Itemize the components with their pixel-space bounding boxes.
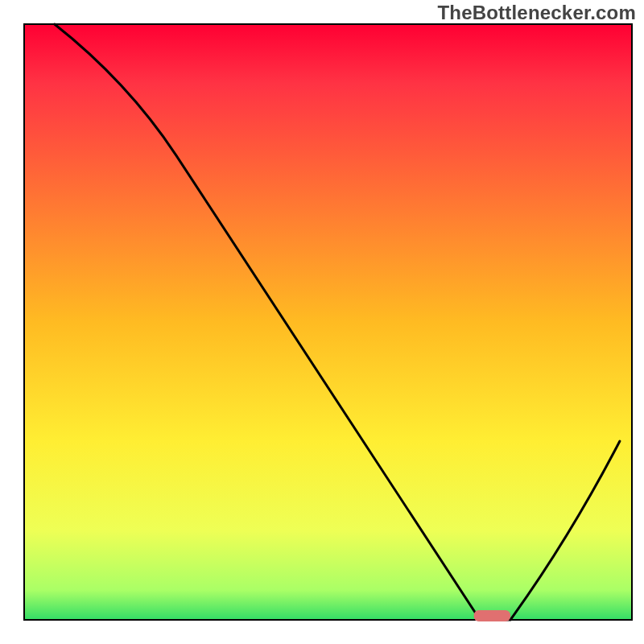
optimal-marker	[474, 610, 510, 621]
watermark-text: TheBottlenecker.com	[437, 2, 636, 24]
plot-background	[24, 24, 632, 620]
chart-container: TheBottlenecker.com	[0, 0, 644, 644]
bottleneck-chart	[0, 0, 644, 644]
